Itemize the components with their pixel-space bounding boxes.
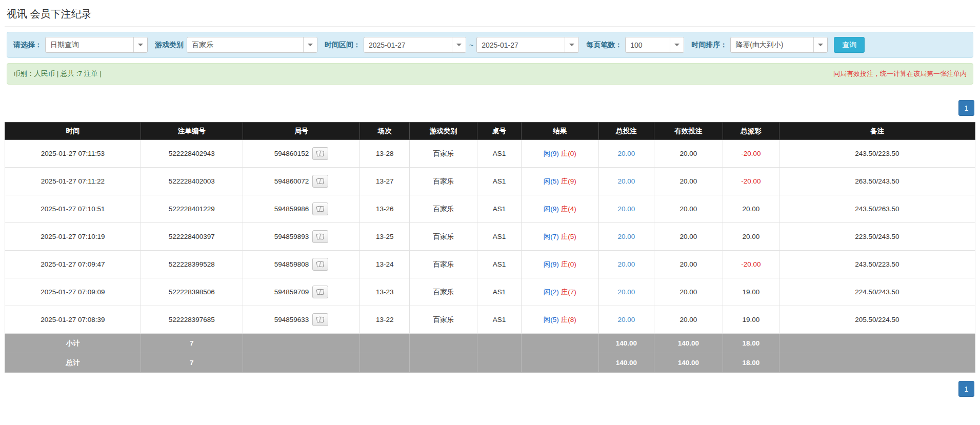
total-total-bet: 140.00 (598, 353, 654, 373)
empty-cell (243, 334, 360, 353)
page-button-1[interactable]: 1 (958, 381, 974, 397)
total-bet-link[interactable]: 20.00 (617, 177, 635, 185)
empty-cell (477, 334, 521, 353)
time-sort-input[interactable] (731, 37, 813, 52)
cell-payout: -20.00 (723, 251, 779, 278)
chevron-down-icon (138, 44, 143, 46)
round-id: 594859633 (274, 316, 309, 323)
search-button[interactable]: 查询 (834, 37, 865, 53)
round-id: 594859986 (274, 205, 309, 213)
cell-remark: 243.50/263.50 (779, 195, 975, 223)
date-to-caret-button[interactable] (565, 37, 578, 52)
page-size-input[interactable] (626, 37, 670, 52)
total-bet-link[interactable]: 20.00 (617, 233, 635, 240)
page-size-caret-button[interactable] (670, 37, 684, 52)
page-header: 视讯 会员下注纪录 (5, 0, 975, 27)
date-range-label: 时间区间： (325, 41, 361, 50)
cell-bet-id: 522228402003 (141, 168, 243, 195)
cell-game-type: 百家乐 (409, 278, 477, 306)
cell-total-bet: 20.00 (598, 251, 654, 278)
cell-game-type: 百家乐 (409, 251, 477, 278)
view-cards-button[interactable] (312, 313, 328, 326)
table-row: 2025-01-27 07:11:53 522228402943 5948601… (5, 140, 975, 168)
cell-time: 2025-01-27 07:10:51 (5, 195, 141, 223)
date-from-caret-button[interactable] (452, 37, 466, 52)
game-type-select[interactable] (187, 37, 317, 53)
pagination-bottom: 1 (6, 381, 974, 397)
filter-bar: 请选择： 游戏类别 时间区间： ~ 每页笔数： 时间排序： (7, 32, 973, 58)
query-type-caret-button[interactable] (133, 37, 147, 52)
cell-valid-bet: 20.00 (654, 306, 723, 334)
cell-payout: 20.00 (723, 195, 779, 223)
table-row: 2025-01-27 07:10:51 522228401229 5948599… (5, 195, 975, 223)
date-to-select[interactable] (476, 37, 579, 53)
total-label: 总计 (5, 353, 141, 373)
cell-payout: -20.00 (723, 140, 779, 168)
query-type-label: 请选择： (13, 41, 42, 50)
subtotal-valid-bet: 140.00 (654, 334, 723, 353)
round-id: 594860072 (274, 177, 309, 185)
cell-round-id: 594859986 (243, 195, 360, 223)
cell-valid-bet: 20.00 (654, 168, 723, 195)
cell-bet-id: 522228401229 (141, 195, 243, 223)
cell-bet-id: 522228400397 (141, 223, 243, 251)
time-sort-select[interactable] (730, 37, 828, 53)
cell-payout: 19.00 (723, 306, 779, 334)
result-banker: 庄(9) (561, 177, 576, 185)
game-type-input[interactable] (187, 37, 303, 52)
cell-bet-id: 522228399528 (141, 251, 243, 278)
round-id: 594859893 (274, 233, 309, 240)
col-session: 场次 (360, 123, 409, 140)
cell-remark: 224.50/243.50 (779, 278, 975, 306)
empty-cell (409, 353, 477, 373)
view-cards-button[interactable] (312, 147, 328, 160)
view-cards-button[interactable] (312, 258, 328, 271)
result-banker: 庄(0) (561, 260, 576, 268)
result-player: 闲(9) (544, 260, 559, 268)
view-cards-button[interactable] (312, 286, 328, 298)
cell-game-type: 百家乐 (409, 168, 477, 195)
empty-cell (521, 353, 598, 373)
query-type-input[interactable] (46, 37, 133, 52)
cell-remark: 205.50/224.50 (779, 306, 975, 334)
cell-remark: 263.50/243.50 (779, 168, 975, 195)
date-from-input[interactable] (364, 37, 452, 52)
result-player: 闲(9) (544, 205, 559, 213)
total-bet-link[interactable]: 20.00 (617, 205, 635, 213)
table-row: 2025-01-27 07:10:19 522228400397 5948598… (5, 223, 975, 251)
cell-table: AS1 (477, 306, 521, 334)
cell-total-bet: 20.00 (598, 306, 654, 334)
cell-valid-bet: 20.00 (654, 251, 723, 278)
total-bet-link[interactable]: 20.00 (617, 288, 635, 296)
total-bet-link[interactable]: 20.00 (617, 150, 635, 157)
date-to-input[interactable] (477, 37, 565, 52)
cell-session: 13-23 (360, 278, 409, 306)
cell-time: 2025-01-27 07:08:39 (5, 306, 141, 334)
cell-result: 闲(2)庄(7) (521, 278, 598, 306)
cell-round-id: 594859893 (243, 223, 360, 251)
cards-icon (316, 150, 325, 157)
total-bet-link[interactable]: 20.00 (617, 260, 635, 268)
col-payout: 总派彩 (723, 123, 779, 140)
page-button-1[interactable]: 1 (958, 100, 974, 116)
game-type-caret-button[interactable] (303, 37, 317, 52)
view-cards-button[interactable] (312, 230, 328, 243)
view-cards-button[interactable] (312, 203, 328, 215)
col-game-type: 游戏类别 (409, 123, 477, 140)
query-type-select[interactable] (45, 37, 148, 53)
result-player: 闲(5) (544, 177, 559, 185)
page-size-select[interactable] (625, 37, 684, 53)
cell-remark: 243.50/223.50 (779, 251, 975, 278)
chevron-down-icon (818, 44, 823, 46)
cell-bet-id: 522228397685 (141, 306, 243, 334)
total-bet-link[interactable]: 20.00 (617, 316, 635, 323)
cell-valid-bet: 20.00 (654, 223, 723, 251)
cell-payout: -20.00 (723, 168, 779, 195)
empty-cell (360, 334, 409, 353)
time-sort-caret-button[interactable] (813, 37, 827, 52)
cell-result: 闲(5)庄(8) (521, 306, 598, 334)
date-from-select[interactable] (364, 37, 466, 53)
summary-bar: 币别：人民币 | 总共 :7 注单 | 同局有效投注，统一计算在该局第一张注单内 (7, 63, 973, 85)
cell-time: 2025-01-27 07:11:22 (5, 168, 141, 195)
view-cards-button[interactable] (312, 175, 328, 188)
